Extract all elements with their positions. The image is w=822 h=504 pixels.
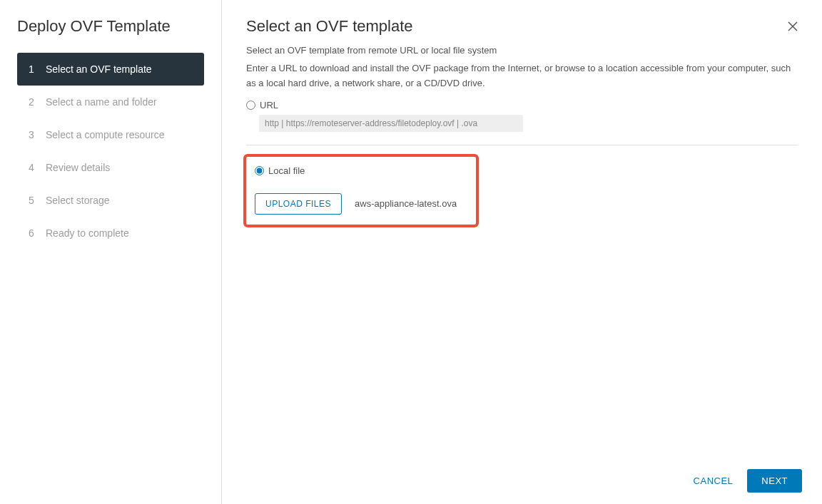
step-select-compute-resource: 3 Select a compute resource (17, 118, 204, 151)
step-list: 1 Select an OVF template 2 Select a name… (0, 53, 221, 250)
step-label: Select a name and folder (46, 96, 157, 108)
url-input (259, 115, 523, 132)
step-label: Select storage (46, 195, 110, 206)
radio-localfile-label: Local file (268, 165, 305, 176)
page-description: Enter a URL to download and install the … (246, 61, 798, 91)
selected-filename: aws-appliance-latest.ova (355, 198, 457, 209)
local-file-highlight: Local file UPLOAD FILES aws-appliance-la… (243, 154, 479, 227)
step-label: Select a compute resource (46, 129, 165, 140)
radio-localfile-row[interactable]: Local file (255, 165, 467, 176)
next-button[interactable]: NEXT (747, 469, 802, 493)
radio-url-row[interactable]: URL (246, 100, 798, 110)
step-ready-complete: 6 Ready to complete (17, 217, 204, 250)
step-select-ovf-template[interactable]: 1 Select an OVF template (17, 53, 204, 86)
step-number: 1 (29, 63, 36, 75)
url-input-wrap (246, 115, 798, 145)
step-number: 4 (29, 162, 36, 173)
step-number: 2 (29, 96, 36, 108)
step-label: Review details (46, 162, 110, 173)
upload-files-button[interactable]: UPLOAD FILES (255, 193, 342, 215)
step-select-name-folder: 2 Select a name and folder (17, 86, 204, 118)
wizard-footer: CANCEL NEXT (222, 458, 822, 504)
step-label: Select an OVF template (46, 63, 152, 75)
radio-url-label: URL (260, 100, 278, 110)
wizard-title: Deploy OVF Template (0, 17, 221, 53)
step-number: 3 (29, 129, 36, 140)
upload-row: UPLOAD FILES aws-appliance-latest.ova (255, 193, 467, 215)
close-icon[interactable] (783, 17, 802, 38)
main-body: Select an OVF template from remote URL o… (222, 45, 822, 458)
step-number: 6 (29, 227, 36, 239)
page-subtitle: Select an OVF template from remote URL o… (246, 45, 798, 56)
radio-url[interactable] (246, 101, 255, 110)
step-review-details: 4 Review details (17, 151, 204, 184)
wizard-sidebar: Deploy OVF Template 1 Select an OVF temp… (0, 0, 222, 504)
main-header: Select an OVF template (222, 0, 822, 45)
step-label: Ready to complete (46, 227, 129, 239)
radio-localfile[interactable] (255, 166, 264, 175)
step-number: 5 (29, 195, 36, 206)
main-panel: Select an OVF template Select an OVF tem… (222, 0, 822, 504)
page-title: Select an OVF template (246, 17, 413, 36)
step-select-storage: 5 Select storage (17, 184, 204, 217)
cancel-button[interactable]: CANCEL (694, 475, 734, 486)
